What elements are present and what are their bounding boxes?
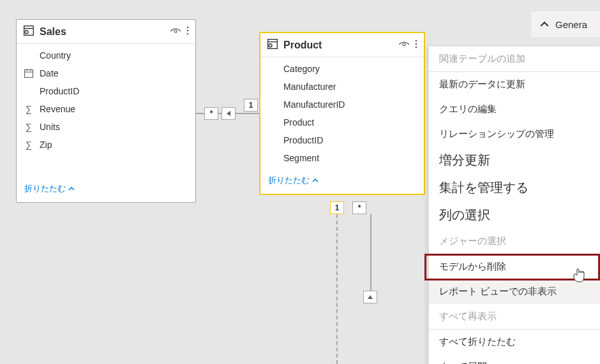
- field-list: Category Manufacturer ManufacturerID Pro…: [260, 57, 424, 170]
- field-row[interactable]: ∑Zip: [17, 136, 195, 154]
- collapse-label: 折りたたむ: [268, 175, 310, 186]
- relationship-line[interactable]: [336, 214, 338, 364]
- ctx-hide-in-report-view[interactable]: レポート ビューでの非表示: [429, 279, 600, 304]
- field-name: Units: [40, 122, 189, 132]
- visibility-icon[interactable]: [398, 40, 410, 50]
- svg-point-6: [187, 33, 189, 35]
- cardinality-many: *: [204, 107, 218, 120]
- visibility-icon[interactable]: [170, 27, 181, 37]
- ctx-unhide-all: すべて再表示: [429, 304, 600, 329]
- field-row[interactable]: ProductID: [17, 82, 195, 100]
- table-title: Product: [283, 40, 393, 51]
- field-name: ProductID: [40, 86, 189, 96]
- svg-rect-7: [25, 70, 33, 78]
- svg-point-16: [416, 43, 417, 45]
- filter-direction-icon: [221, 107, 236, 120]
- more-icon[interactable]: [186, 26, 189, 37]
- table-icon: [267, 38, 278, 52]
- field-name: Product: [283, 117, 417, 127]
- collapse-label: 折りたたむ: [24, 183, 66, 194]
- cardinality-one: 1: [244, 99, 258, 112]
- table-card-sales[interactable]: Sales Country Date ProductID ∑Revenue ∑U…: [16, 19, 196, 203]
- cardinality-one: 1: [330, 201, 344, 214]
- field-row[interactable]: ∑Revenue: [17, 100, 195, 118]
- ctx-manage-relationships[interactable]: リレーションシップの管理: [429, 122, 600, 147]
- field-name: ProductID: [283, 135, 417, 145]
- table-header: Product: [260, 33, 424, 57]
- field-name: Category: [283, 64, 417, 74]
- field-name: Country: [40, 50, 189, 61]
- field-name: Zip: [40, 140, 189, 150]
- sigma-icon: ∑: [23, 140, 34, 150]
- field-list: Country Date ProductID ∑Revenue ∑Units ∑…: [17, 44, 195, 156]
- ctx-add-related-tables: 関連テーブルの追加: [429, 47, 600, 71]
- svg-point-17: [416, 47, 417, 48]
- chevron-up-icon: [540, 20, 549, 29]
- field-row[interactable]: ProductID: [260, 131, 424, 149]
- ctx-collapse-all[interactable]: すべて折りたたむ: [429, 330, 600, 354]
- field-row[interactable]: Product: [260, 113, 424, 131]
- svg-point-13: [269, 44, 272, 47]
- ctx-edit-query[interactable]: クエリの編集: [429, 97, 600, 122]
- ctx-refresh-data[interactable]: 最新のデータに更新: [429, 72, 600, 97]
- relationship-line[interactable]: [370, 214, 371, 296]
- more-icon[interactable]: [415, 40, 417, 50]
- field-row[interactable]: Segment: [260, 149, 424, 167]
- svg-point-3: [174, 30, 177, 33]
- sigma-icon: ∑: [23, 104, 34, 114]
- ctx-delete-from-model[interactable]: モデルから削除: [429, 254, 600, 279]
- field-name: Manufacturer: [283, 82, 417, 92]
- svg-point-4: [187, 27, 189, 29]
- table-card-product[interactable]: Product Category Manufacturer Manufactur…: [259, 32, 425, 195]
- collapse-link[interactable]: 折りたたむ: [260, 170, 424, 194]
- inspector-header[interactable]: Genera: [531, 11, 600, 37]
- field-row[interactable]: ∑Units: [17, 118, 195, 136]
- filter-direction-icon: [363, 291, 377, 303]
- svg-point-15: [416, 40, 417, 42]
- table-icon: [23, 25, 34, 38]
- ctx-incremental-refresh[interactable]: 増分更新: [429, 147, 600, 174]
- svg-point-14: [403, 43, 405, 46]
- table-header: Sales: [17, 20, 195, 44]
- ctx-expand-all[interactable]: すべて展開: [429, 354, 600, 364]
- field-name: Date: [40, 68, 189, 78]
- svg-point-5: [187, 30, 189, 32]
- context-menu: 関連テーブルの追加 最新のデータに更新 クエリの編集 リレーションシップの管理 …: [428, 47, 600, 364]
- field-row[interactable]: Date: [17, 64, 195, 82]
- field-name: Revenue: [40, 104, 189, 114]
- ctx-select-measures: メジャーの選択: [429, 229, 600, 254]
- table-title: Sales: [40, 26, 165, 38]
- collapse-link[interactable]: 折りたたむ: [17, 178, 195, 202]
- date-icon: [23, 68, 34, 78]
- field-row[interactable]: Manufacturer: [260, 78, 424, 96]
- field-name: Segment: [283, 153, 417, 163]
- svg-point-2: [25, 31, 28, 34]
- cardinality-many: *: [352, 201, 366, 214]
- field-name: ManufacturerID: [283, 99, 417, 110]
- field-row[interactable]: ManufacturerID: [260, 96, 424, 113]
- ctx-manage-aggregations[interactable]: 集計を管理する: [429, 174, 600, 201]
- field-row[interactable]: Country: [17, 47, 195, 64]
- sigma-icon: ∑: [23, 122, 34, 132]
- ctx-select-columns[interactable]: 列の選択: [429, 201, 600, 229]
- inspector-title: Genera: [555, 19, 587, 30]
- field-row[interactable]: Category: [260, 60, 424, 78]
